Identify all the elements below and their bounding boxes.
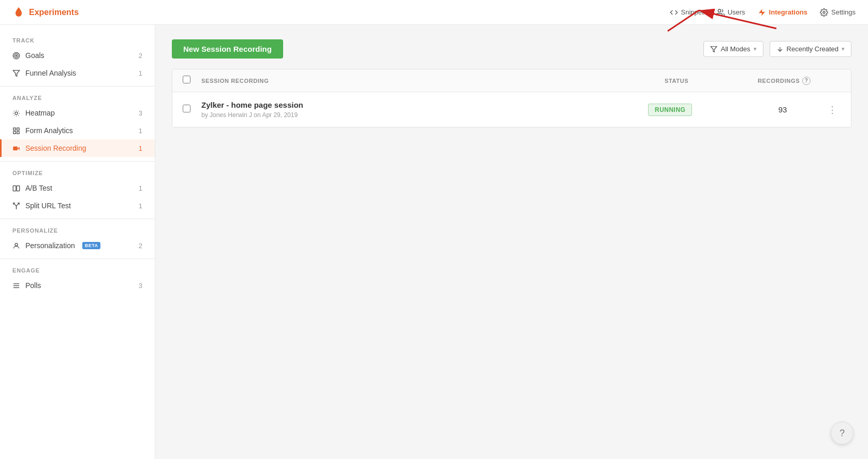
sidebar: TRACK Goals 2 Funnel Analysis 1 ANALYZE … (0, 25, 155, 459)
svg-rect-12 (13, 146, 18, 150)
personalize-section-label: PERSONALIZE (0, 223, 155, 237)
main-content: New Session Recording All Modes ▾ Recent… (155, 25, 868, 459)
sidebar-item-form-analytics[interactable]: Form Analytics 1 (0, 122, 155, 139)
select-all-checkbox[interactable] (183, 76, 190, 83)
users-icon (716, 8, 725, 17)
sidebar-item-polls[interactable]: Polls 3 (0, 277, 155, 294)
svg-rect-8 (13, 127, 16, 130)
row-checkbox-cell (183, 105, 201, 114)
main-toolbar: New Session Recording All Modes ▾ Recent… (172, 39, 851, 59)
svg-point-7 (15, 112, 18, 114)
column-header-recordings: RECORDINGS ? (758, 77, 841, 85)
top-navigation: Experiments Snippet Users Integrations S… (0, 0, 868, 25)
track-section-label: TRACK (0, 33, 155, 47)
sidebar-item-session-recording[interactable]: Session Recording 1 (0, 139, 155, 157)
row-meta: by Jones Herwin J on Apr 29, 2019 (201, 111, 648, 119)
heatmap-icon (12, 109, 20, 117)
personalization-icon (12, 242, 20, 250)
optimize-section-label: OPTIMIZE (0, 166, 155, 179)
code-icon (670, 8, 678, 17)
status-badge: RUNNING (648, 104, 692, 116)
settings-link[interactable]: Settings (820, 8, 856, 17)
sidebar-item-personalization[interactable]: Personalization BETA 2 (0, 237, 155, 254)
new-session-recording-button[interactable]: New Session Recording (172, 39, 283, 59)
svg-point-0 (718, 9, 720, 12)
sidebar-item-ab-test[interactable]: A/B Test 1 (0, 179, 155, 197)
engage-section-label: ENGAGE (0, 263, 155, 277)
svg-point-16 (15, 243, 18, 246)
topnav-actions: Snippet Users Integrations Settings (670, 8, 856, 17)
toolbar-filters: All Modes ▾ Recently Created ▾ (703, 41, 851, 57)
snippet-link[interactable]: Snippet (670, 8, 704, 17)
row-title: Zylker - home page session (201, 101, 648, 109)
svg-marker-1 (759, 9, 765, 16)
session-recordings-table: SESSION RECORDING STATUS RECORDINGS ? Zy… (172, 69, 851, 127)
table-header: SESSION RECORDING STATUS RECORDINGS ? (172, 69, 851, 92)
svg-rect-15 (17, 185, 20, 191)
bolt-icon (758, 8, 766, 17)
ab-icon (12, 184, 20, 192)
modes-chevron-icon: ▾ (754, 46, 757, 52)
help-fab-button[interactable]: ? (831, 422, 854, 444)
row-checkbox[interactable] (183, 105, 190, 112)
filter-modes-dropdown[interactable]: All Modes ▾ (703, 41, 763, 57)
integrations-link[interactable]: Integrations (758, 8, 807, 17)
svg-marker-6 (13, 70, 20, 76)
sidebar-item-split-url-test[interactable]: Split URL Test 1 (0, 197, 155, 214)
svg-point-5 (16, 55, 17, 56)
recordings-help-icon[interactable]: ? (802, 77, 811, 85)
brand-logo[interactable]: Experiments (12, 6, 79, 19)
sidebar-item-goals[interactable]: Goals 2 (0, 47, 155, 64)
divider-2 (0, 161, 155, 162)
video-icon (12, 145, 20, 152)
filter-modes-icon (710, 46, 717, 53)
grid-icon (12, 127, 20, 135)
row-actions-menu[interactable]: ⋮ (824, 104, 841, 116)
row-recordings-count: 93 (741, 105, 824, 114)
svg-rect-11 (13, 131, 16, 133)
svg-point-2 (823, 11, 825, 13)
header-checkbox-cell (183, 76, 201, 85)
column-header-status: STATUS (665, 78, 758, 84)
filter-icon (12, 69, 20, 77)
bars-icon (12, 282, 20, 290)
filter-sort-dropdown[interactable]: Recently Created ▾ (770, 41, 851, 57)
sort-chevron-icon: ▾ (842, 46, 845, 52)
divider-1 (0, 86, 155, 87)
row-status: RUNNING (648, 104, 741, 116)
divider-3 (0, 219, 155, 219)
gear-icon (820, 8, 828, 17)
svg-point-4 (14, 53, 19, 58)
svg-rect-14 (13, 185, 16, 191)
target-icon (12, 52, 20, 60)
split-icon (12, 202, 20, 210)
row-info: Zylker - home page session by Jones Herw… (201, 101, 648, 119)
column-header-session-recording: SESSION RECORDING (201, 78, 665, 84)
svg-marker-13 (18, 147, 20, 150)
sort-icon (776, 46, 784, 53)
table-row[interactable]: Zylker - home page session by Jones Herw… (172, 92, 851, 127)
divider-4 (0, 259, 155, 259)
beta-badge: BETA (82, 242, 101, 249)
svg-rect-9 (17, 127, 19, 130)
sidebar-item-heatmap[interactable]: Heatmap 3 (0, 104, 155, 122)
users-link[interactable]: Users (716, 8, 745, 17)
svg-rect-10 (17, 131, 19, 133)
svg-marker-20 (711, 46, 717, 52)
brand-name: Experiments (29, 8, 79, 17)
analyze-section-label: ANALYZE (0, 91, 155, 104)
app-layout: TRACK Goals 2 Funnel Analysis 1 ANALYZE … (0, 25, 868, 459)
flame-icon (12, 6, 25, 19)
sidebar-item-funnel-analysis[interactable]: Funnel Analysis 1 (0, 64, 155, 82)
